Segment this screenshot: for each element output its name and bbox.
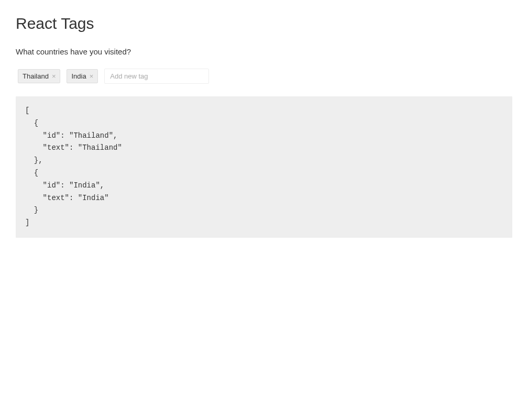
page-title: React Tags xyxy=(16,15,512,32)
close-icon[interactable]: × xyxy=(52,73,56,80)
tag-input[interactable] xyxy=(104,69,209,84)
close-icon[interactable]: × xyxy=(90,73,94,80)
tag-thailand[interactable]: Thailand × xyxy=(18,69,60,83)
tags-container: Thailand × India × xyxy=(16,69,512,84)
question-text: What countries have you visited? xyxy=(16,47,512,56)
tag-label: Thailand xyxy=(23,72,49,80)
tag-label: India xyxy=(71,72,86,80)
code-output: [ { "id": "Thailand", "text": "Thailand"… xyxy=(16,96,512,238)
tag-india[interactable]: India × xyxy=(67,69,98,83)
